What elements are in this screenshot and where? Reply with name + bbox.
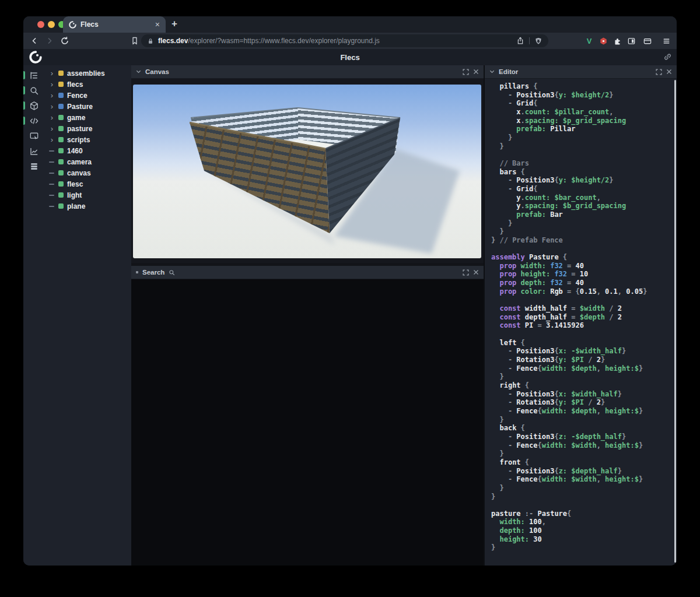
reload-icon[interactable] bbox=[58, 34, 71, 47]
share-icon[interactable] bbox=[516, 37, 524, 45]
code-line: - Position3{y: $height/2} bbox=[491, 91, 647, 100]
collapsed-indicator-icon[interactable] bbox=[136, 271, 138, 273]
code-line: prop color: Rgb = {0.15, 0.1, 0.05} bbox=[491, 287, 647, 296]
chevron-down-icon[interactable] bbox=[489, 69, 495, 74]
wallet-icon[interactable] bbox=[641, 34, 654, 47]
search-panel-body[interactable] bbox=[131, 279, 484, 566]
code-line bbox=[491, 150, 647, 159]
tree-item-flecs[interactable]: ›flecs bbox=[44, 79, 131, 90]
inspector-panel-button[interactable] bbox=[23, 98, 44, 113]
url-domain: flecs.dev bbox=[158, 37, 188, 45]
chevron-down-icon[interactable] bbox=[136, 69, 141, 74]
code-line: } bbox=[491, 227, 647, 236]
browser-window: Flecs × + flecs.dev /explorer/?wasm=http… bbox=[23, 16, 677, 566]
tree-item-Pasture[interactable]: ›Pasture bbox=[44, 101, 131, 112]
code-editor[interactable]: pillars { - Position3{y: $height/2} - Gr… bbox=[491, 82, 647, 552]
extensions-puzzle-icon[interactable] bbox=[611, 34, 624, 47]
tree-item-plane[interactable]: plane bbox=[44, 201, 131, 212]
tree-item-light[interactable]: light bbox=[44, 189, 131, 201]
search-panel-header: Search bbox=[131, 266, 484, 279]
code-line: - Rotation3{y: $PI / 2} bbox=[491, 356, 647, 364]
vue-devtools-extension-icon[interactable]: V bbox=[583, 34, 596, 47]
tree-icon bbox=[29, 71, 39, 80]
tree-item-camera[interactable]: camera bbox=[44, 156, 131, 167]
menu-icon[interactable] bbox=[660, 34, 673, 47]
expand-chevron-icon[interactable]: › bbox=[49, 104, 55, 110]
editor-body: pillars { - Position3{y: $height/2} - Gr… bbox=[485, 79, 677, 566]
code-line: const PI = 3.1415926 bbox=[491, 321, 647, 330]
code-line: - Grid{ bbox=[491, 99, 647, 108]
code-line: prop height: f32 = 10 bbox=[491, 270, 647, 279]
tree-item-assemblies[interactable]: ›assemblies bbox=[44, 68, 131, 79]
expand-chevron-icon[interactable]: › bbox=[49, 126, 55, 132]
code-line: } bbox=[491, 484, 647, 493]
flecs-logo-icon bbox=[29, 51, 42, 64]
tree-item-1460[interactable]: 1460 bbox=[44, 145, 131, 156]
red-extension-icon[interactable] bbox=[597, 34, 610, 47]
code-line: - Position3{z: $depth_half} bbox=[491, 467, 647, 476]
tab-close-icon[interactable]: × bbox=[155, 20, 160, 29]
traffic-minimize-button[interactable] bbox=[48, 21, 55, 28]
code-line: - Fence{width: $depth, height:$} bbox=[491, 407, 647, 416]
tree-item-label: camera bbox=[67, 158, 92, 166]
expand-chevron-icon[interactable]: › bbox=[49, 93, 55, 99]
fullscreen-icon[interactable] bbox=[656, 69, 662, 75]
code-line: x.count: $pillar_count, bbox=[491, 108, 647, 117]
entity-color-square bbox=[58, 170, 64, 175]
app-main: ›assemblies›flecs›Fence›Pasture›game›pas… bbox=[23, 65, 677, 566]
brave-shield-icon[interactable] bbox=[534, 37, 542, 45]
entity-color-square bbox=[58, 137, 64, 142]
tree-item-flesc[interactable]: flesc bbox=[44, 178, 131, 189]
bookmark-icon[interactable] bbox=[128, 34, 141, 47]
script-panel-button[interactable] bbox=[23, 113, 44, 128]
tree-item-canvas[interactable]: canvas bbox=[44, 167, 131, 178]
entity-color-square bbox=[58, 159, 64, 164]
screen-panels-button[interactable] bbox=[23, 128, 44, 143]
code-line: } bbox=[491, 134, 647, 142]
close-icon[interactable] bbox=[666, 69, 672, 75]
code-line: } bbox=[491, 373, 647, 381]
tree-item-scripts[interactable]: ›scripts bbox=[44, 134, 131, 145]
fullscreen-icon[interactable] bbox=[463, 69, 469, 75]
expand-chevron-icon[interactable]: › bbox=[49, 82, 55, 87]
code-line: x.spacing: $p_grid_spacing bbox=[491, 117, 647, 125]
canvas-3d-render[interactable] bbox=[133, 85, 481, 258]
editor-panel-title: Editor bbox=[499, 68, 518, 75]
code-line: bars { bbox=[491, 168, 647, 177]
fullscreen-icon[interactable] bbox=[463, 269, 469, 276]
tree-item-label: Fence bbox=[67, 92, 88, 100]
close-icon[interactable] bbox=[473, 69, 479, 75]
entity-color-square bbox=[58, 203, 64, 209]
new-tab-button[interactable]: + bbox=[172, 18, 177, 30]
url-bar[interactable]: flecs.dev /explorer/?wasm=https://www.fl… bbox=[141, 34, 548, 47]
code-line bbox=[491, 296, 647, 304]
code-line: prop depth: f32 = 40 bbox=[491, 279, 647, 287]
browser-tab[interactable]: Flecs × bbox=[63, 16, 166, 33]
close-icon[interactable] bbox=[473, 269, 479, 275]
traffic-close-button[interactable] bbox=[37, 21, 44, 28]
code-line: y.spacing: $b_grid_spacing bbox=[491, 202, 647, 210]
tree-item-game[interactable]: ›game bbox=[44, 112, 131, 123]
code-line: depth: 100 bbox=[491, 526, 647, 535]
tree-item-label: scripts bbox=[67, 136, 90, 144]
code-line bbox=[491, 501, 647, 510]
tables-panel-button[interactable] bbox=[23, 159, 44, 174]
code-line: } bbox=[491, 219, 647, 228]
expand-chevron-icon[interactable]: › bbox=[49, 71, 55, 76]
expand-chevron-icon[interactable]: › bbox=[49, 115, 55, 121]
tool-rail bbox=[23, 65, 44, 566]
back-icon[interactable] bbox=[28, 34, 41, 47]
tree-item-Fence[interactable]: ›Fence bbox=[44, 90, 131, 101]
stats-panel-button[interactable] bbox=[23, 143, 44, 159]
chart-icon bbox=[29, 146, 39, 156]
code-line: - Position3{y: $height/2} bbox=[491, 176, 647, 185]
editor-scrollbar[interactable] bbox=[674, 80, 676, 563]
expand-chevron-icon[interactable]: › bbox=[49, 137, 55, 143]
entity-tree-panel-button[interactable] bbox=[23, 68, 44, 83]
search-panel-button[interactable] bbox=[23, 83, 44, 98]
forward-icon[interactable] bbox=[43, 34, 56, 47]
sidebar-panel-icon[interactable] bbox=[625, 34, 638, 47]
code-line: front { bbox=[491, 458, 647, 467]
share-link-icon[interactable] bbox=[663, 52, 672, 61]
tree-item-pasture[interactable]: ›pasture bbox=[44, 123, 131, 134]
